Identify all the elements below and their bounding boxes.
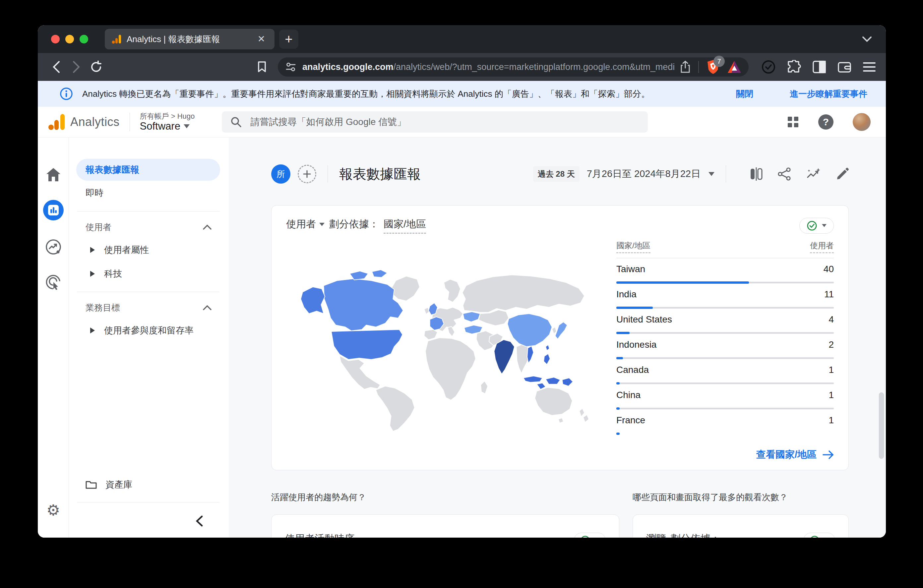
zoom-window-button[interactable] <box>80 35 88 43</box>
sidebar-item-realtime[interactable]: 即時 <box>69 181 229 205</box>
share-report-icon[interactable] <box>778 168 791 181</box>
wallet-icon[interactable] <box>838 61 851 73</box>
country-name: Taiwan <box>616 264 645 274</box>
browser-tab[interactable]: Analytics | 報表數據匯報 ✕ <box>105 29 274 49</box>
share-icon[interactable] <box>680 61 690 73</box>
edit-pencil-icon[interactable] <box>836 168 849 180</box>
table-row[interactable]: India11 <box>616 283 834 309</box>
privacy-check-icon[interactable] <box>761 60 776 74</box>
map-region-madagascar[interactable] <box>481 381 488 394</box>
banner-learn-more-link[interactable]: 進一步瞭解重要事件 <box>790 88 867 100</box>
close-window-button[interactable] <box>51 35 60 43</box>
banner-dismiss-link[interactable]: 關閉 <box>736 88 753 100</box>
map-region-scandinavia[interactable] <box>444 279 460 302</box>
chevron-up-icon[interactable] <box>203 224 212 230</box>
map-country-canada-arctic[interactable] <box>350 270 387 280</box>
site-settings-icon[interactable] <box>285 61 296 72</box>
chevron-up-icon[interactable] <box>203 305 212 310</box>
admin-gear-icon[interactable]: ⚙ <box>46 501 60 519</box>
table-row[interactable]: United States4 <box>616 309 834 334</box>
map-region-africa[interactable] <box>425 338 476 400</box>
sidebar-item-library[interactable]: 資產庫 <box>69 473 229 496</box>
map-region-russia[interactable] <box>462 275 584 312</box>
new-tab-button[interactable]: + <box>279 30 298 49</box>
map-region-greenland[interactable] <box>391 276 420 301</box>
table-row[interactable]: Indonesia2 <box>616 334 834 359</box>
map-country-china[interactable] <box>507 314 552 347</box>
card-title[interactable]: 使用者活動時序 <box>285 532 355 538</box>
sidebar-section-business[interactable]: 業務目標 <box>69 297 229 319</box>
map-region-italy[interactable] <box>448 327 455 337</box>
reload-button[interactable] <box>87 58 105 76</box>
sidebar-item-reports-snapshot[interactable]: 報表數據匯報 <box>76 159 220 181</box>
sidebar-section-user[interactable]: 使用者 <box>69 216 229 238</box>
table-row[interactable]: China1 <box>616 384 834 409</box>
forward-button[interactable] <box>67 58 85 76</box>
map-country-india[interactable] <box>494 340 514 374</box>
apps-grid-icon[interactable] <box>787 116 799 128</box>
help-icon[interactable]: ? <box>818 114 833 130</box>
brave-shield-icon[interactable]: 7 <box>707 60 719 74</box>
map-region-australia[interactable] <box>535 388 572 415</box>
add-comparison-button[interactable] <box>298 165 316 183</box>
sidebar-item-engagement-retention[interactable]: 使用者參與度和留存率 <box>69 319 229 342</box>
date-range-caret-icon[interactable] <box>708 172 714 176</box>
avatar[interactable] <box>853 113 870 131</box>
map-region-korea[interactable] <box>552 327 556 334</box>
map-region-tasmania[interactable] <box>558 418 563 423</box>
table-row[interactable]: Taiwan40 <box>616 258 834 283</box>
tab-close-icon[interactable]: ✕ <box>255 33 268 45</box>
map-region-south-america[interactable] <box>376 386 414 431</box>
home-icon[interactable] <box>46 168 61 182</box>
view-countries-link[interactable]: 查看國家/地區 <box>756 448 834 462</box>
card-metric[interactable]: 瀏覽 <box>646 532 666 538</box>
country-name: Indonesia <box>616 339 657 350</box>
map-country-united-states[interactable] <box>331 330 402 359</box>
tab-search-chevron-icon[interactable] <box>862 36 872 42</box>
map-region-iberia[interactable] <box>424 330 437 340</box>
map-country-taiwan[interactable] <box>546 345 550 350</box>
dimension-selector[interactable]: 國家/地區 <box>384 217 426 234</box>
map-country-canada[interactable] <box>324 279 403 331</box>
table-row[interactable]: France1 <box>616 409 834 435</box>
map-country-philippines[interactable] <box>544 354 550 365</box>
table-row[interactable]: Canada1 <box>616 359 834 384</box>
sidebar-item-user-attributes[interactable]: 使用者屬性 <box>69 238 229 262</box>
extensions-puzzle-icon[interactable] <box>787 60 801 74</box>
explore-icon[interactable] <box>45 238 62 256</box>
map-country-vietnam[interactable] <box>527 346 534 363</box>
menu-hamburger-icon[interactable] <box>863 62 876 72</box>
metric-selector[interactable]: 使用者 <box>286 217 325 231</box>
map-region-new-zealand[interactable] <box>579 408 589 422</box>
insights-icon[interactable] <box>806 168 821 181</box>
data-quality-pill[interactable] <box>574 533 606 538</box>
address-bar[interactable]: analytics.google.com/analytics/web/?utm_… <box>278 57 749 77</box>
column-header-users[interactable]: 使用者 <box>810 240 834 253</box>
sidebar-item-label: 科技 <box>104 268 122 280</box>
sidebar-panel-icon[interactable] <box>812 60 826 74</box>
data-quality-pill[interactable] <box>803 533 835 538</box>
advertising-icon[interactable] <box>45 273 62 291</box>
collection-badge[interactable]: 所 <box>271 164 291 184</box>
collapse-drawer-icon[interactable] <box>195 516 203 527</box>
brave-rewards-icon[interactable] <box>728 60 741 74</box>
account-picker[interactable]: 所有帳戶 > Hugo Software <box>140 112 195 132</box>
header-actions: ? <box>787 113 870 131</box>
page-scrollbar-thumb[interactable] <box>879 393 884 459</box>
analytics-logo-icon[interactable] <box>47 113 66 131</box>
map-region-mexico[interactable] <box>340 356 380 389</box>
data-quality-pill[interactable] <box>799 218 834 234</box>
bookmark-icon[interactable] <box>253 58 271 76</box>
users-value: 2 <box>828 339 834 350</box>
column-header-country[interactable]: 國家/地區 <box>616 240 650 253</box>
map-country-us-alaska[interactable] <box>301 287 325 314</box>
urlbar-actions: 7 <box>680 60 741 74</box>
sidebar-item-tech[interactable]: 科技 <box>69 262 229 286</box>
search-input[interactable]: 請嘗試搜尋「如何啟用 Google 信號」 <box>222 112 648 133</box>
compare-icon[interactable] <box>750 168 762 181</box>
map-country-japan[interactable] <box>555 322 567 339</box>
map-country-ukraine[interactable] <box>463 312 480 322</box>
reports-icon-active[interactable] <box>43 200 64 220</box>
minimize-window-button[interactable] <box>65 35 74 43</box>
back-button[interactable] <box>48 58 65 76</box>
